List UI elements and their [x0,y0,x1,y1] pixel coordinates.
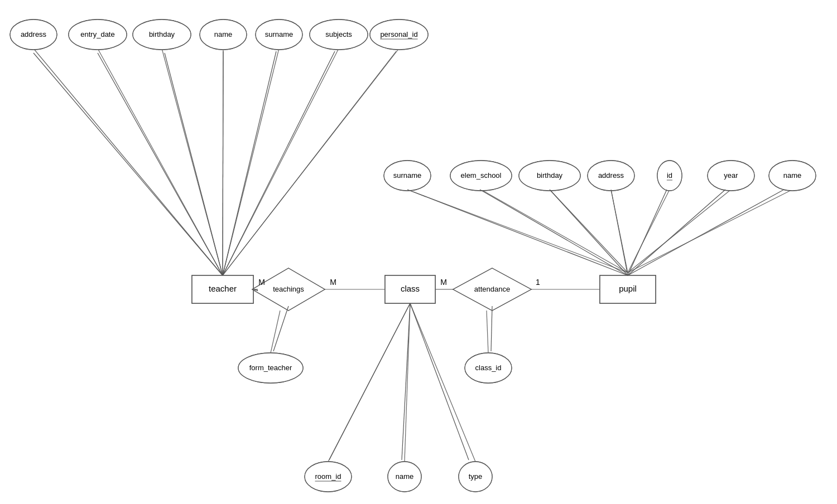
pupil-elemschool-line [480,190,628,275]
er-diagram [0,0,837,504]
teacher-address-line [33,53,223,275]
teacher-name-line [223,51,223,275]
attendance-classid-line [491,306,492,351]
teachings-formteacher-line [273,306,288,351]
pupil-year-line [628,190,725,275]
class-roomid-line [329,303,410,460]
class-type-line [410,303,469,460]
teacher-subjects-line [223,51,335,275]
teacher-surname-line [223,51,276,275]
pupil-id-line [628,190,667,275]
pupil-name-line [628,190,784,275]
teacher-personalid-line [223,51,396,275]
er-diagram-svg [0,0,837,504]
teacher-birthday-line [165,53,223,275]
pupil-surname-line [407,190,628,275]
teacher-entrydate-line [98,53,223,275]
class-name-line [402,303,410,460]
pupil-birthday-line [550,190,628,275]
pupil-address-line [611,190,628,275]
